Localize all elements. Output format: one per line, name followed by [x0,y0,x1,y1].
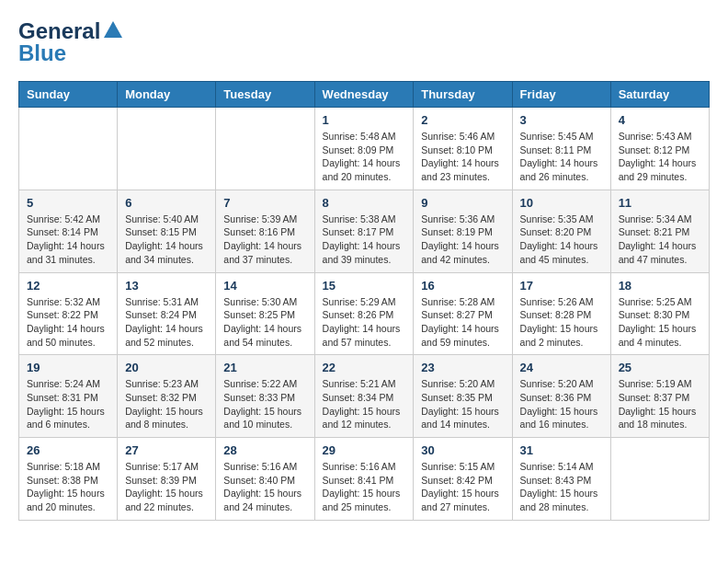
calendar-cell: 11Sunrise: 5:34 AM Sunset: 8:21 PM Dayli… [610,190,709,272]
day-number: 21 [223,361,306,374]
day-number: 8 [323,196,406,210]
calendar-week-1: 1Sunrise: 5:48 AM Sunset: 8:09 PM Daylig… [19,108,710,190]
day-number: 13 [125,279,208,293]
col-header-sunday: Sunday [19,82,118,108]
day-number: 17 [520,279,603,293]
day-number: 16 [421,279,504,293]
calendar-cell: 20Sunrise: 5:23 AM Sunset: 8:32 PM Dayli… [118,355,216,438]
calendar-cell: 15Sunrise: 5:29 AM Sunset: 8:26 PM Dayli… [314,272,414,355]
calendar-cell: 19Sunrise: 5:24 AM Sunset: 8:31 PM Dayli… [19,355,118,438]
day-number: 30 [421,443,504,457]
calendar-week-4: 19Sunrise: 5:24 AM Sunset: 8:31 PM Dayli… [19,355,710,438]
calendar-cell [610,438,709,521]
day-info: Sunrise: 5:39 AM Sunset: 8:16 PM Dayligh… [223,213,306,267]
calendar-cell: 10Sunrise: 5:35 AM Sunset: 8:20 PM Dayli… [512,190,610,272]
day-number: 5 [27,196,109,210]
day-number: 1 [323,113,406,127]
day-number: 9 [421,196,504,210]
day-info: Sunrise: 5:21 AM Sunset: 8:34 PM Dayligh… [323,377,406,431]
calendar-cell: 18Sunrise: 5:25 AM Sunset: 8:30 PM Dayli… [610,272,709,355]
page-header: General Blue [18,18,710,66]
day-info: Sunrise: 5:26 AM Sunset: 8:28 PM Dayligh… [520,295,603,350]
calendar-cell: 29Sunrise: 5:16 AM Sunset: 8:41 PM Dayli… [314,438,414,521]
calendar-cell: 26Sunrise: 5:18 AM Sunset: 8:38 PM Dayli… [19,438,118,521]
day-info: Sunrise: 5:45 AM Sunset: 8:11 PM Dayligh… [520,130,603,184]
day-number: 31 [520,443,603,457]
calendar-week-2: 5Sunrise: 5:42 AM Sunset: 8:14 PM Daylig… [19,190,710,272]
calendar-header-row: SundayMondayTuesdayWednesdayThursdayFrid… [19,82,710,108]
day-number: 12 [27,279,109,293]
day-info: Sunrise: 5:15 AM Sunset: 8:42 PM Dayligh… [421,460,504,514]
calendar-cell: 7Sunrise: 5:39 AM Sunset: 8:16 PM Daylig… [216,190,314,272]
calendar-cell: 27Sunrise: 5:17 AM Sunset: 8:39 PM Dayli… [118,438,216,521]
calendar-cell: 1Sunrise: 5:48 AM Sunset: 8:09 PM Daylig… [314,108,414,190]
day-info: Sunrise: 5:43 AM Sunset: 8:12 PM Dayligh… [619,130,701,184]
day-number: 23 [421,361,504,374]
calendar-cell: 25Sunrise: 5:19 AM Sunset: 8:37 PM Dayli… [610,355,709,438]
calendar-cell: 4Sunrise: 5:43 AM Sunset: 8:12 PM Daylig… [610,108,709,190]
day-info: Sunrise: 5:18 AM Sunset: 8:38 PM Dayligh… [27,460,109,514]
day-number: 24 [520,361,603,374]
calendar-cell: 5Sunrise: 5:42 AM Sunset: 8:14 PM Daylig… [19,190,118,272]
calendar-cell: 23Sunrise: 5:20 AM Sunset: 8:35 PM Dayli… [414,355,512,438]
day-number: 26 [27,443,109,457]
day-number: 10 [520,196,603,210]
day-number: 4 [619,113,701,127]
day-info: Sunrise: 5:46 AM Sunset: 8:10 PM Dayligh… [421,130,504,184]
day-number: 28 [223,443,306,457]
day-number: 25 [619,361,701,374]
calendar-week-3: 12Sunrise: 5:32 AM Sunset: 8:22 PM Dayli… [19,272,710,355]
day-number: 22 [323,361,406,374]
col-header-saturday: Saturday [610,82,709,108]
day-info: Sunrise: 5:17 AM Sunset: 8:39 PM Dayligh… [125,460,208,514]
day-number: 2 [421,113,504,127]
col-header-thursday: Thursday [414,82,512,108]
calendar-cell: 31Sunrise: 5:14 AM Sunset: 8:43 PM Dayli… [512,438,610,521]
day-info: Sunrise: 5:32 AM Sunset: 8:22 PM Dayligh… [27,295,109,350]
day-number: 3 [520,113,603,127]
col-header-wednesday: Wednesday [314,82,414,108]
col-header-friday: Friday [512,82,610,108]
calendar-cell: 30Sunrise: 5:15 AM Sunset: 8:42 PM Dayli… [414,438,512,521]
calendar-cell: 3Sunrise: 5:45 AM Sunset: 8:11 PM Daylig… [512,108,610,190]
day-info: Sunrise: 5:34 AM Sunset: 8:21 PM Dayligh… [619,213,701,267]
day-info: Sunrise: 5:40 AM Sunset: 8:15 PM Dayligh… [125,213,208,267]
calendar-cell: 24Sunrise: 5:20 AM Sunset: 8:36 PM Dayli… [512,355,610,438]
day-info: Sunrise: 5:42 AM Sunset: 8:14 PM Dayligh… [27,213,109,267]
day-info: Sunrise: 5:35 AM Sunset: 8:20 PM Dayligh… [520,213,603,267]
calendar-cell: 14Sunrise: 5:30 AM Sunset: 8:25 PM Dayli… [216,272,314,355]
logo-blue: Blue [18,40,66,66]
day-number: 6 [125,196,208,210]
day-info: Sunrise: 5:28 AM Sunset: 8:27 PM Dayligh… [421,295,504,350]
day-number: 27 [125,443,208,457]
day-info: Sunrise: 5:22 AM Sunset: 8:33 PM Dayligh… [223,377,306,431]
calendar-cell: 12Sunrise: 5:32 AM Sunset: 8:22 PM Dayli… [19,272,118,355]
calendar-cell [19,108,118,190]
day-number: 7 [223,196,306,210]
calendar-cell [216,108,314,190]
day-number: 15 [323,279,406,293]
day-number: 20 [125,361,208,374]
logo-icon [104,21,122,41]
day-info: Sunrise: 5:48 AM Sunset: 8:09 PM Dayligh… [323,130,406,184]
calendar-cell: 13Sunrise: 5:31 AM Sunset: 8:24 PM Dayli… [118,272,216,355]
day-info: Sunrise: 5:14 AM Sunset: 8:43 PM Dayligh… [520,460,603,514]
svg-marker-0 [104,21,122,38]
col-header-tuesday: Tuesday [216,82,314,108]
day-info: Sunrise: 5:24 AM Sunset: 8:31 PM Dayligh… [27,377,109,431]
day-info: Sunrise: 5:31 AM Sunset: 8:24 PM Dayligh… [125,295,208,350]
day-info: Sunrise: 5:38 AM Sunset: 8:17 PM Dayligh… [323,213,406,267]
calendar-cell: 21Sunrise: 5:22 AM Sunset: 8:33 PM Dayli… [216,355,314,438]
calendar-week-5: 26Sunrise: 5:18 AM Sunset: 8:38 PM Dayli… [19,438,710,521]
calendar-cell: 22Sunrise: 5:21 AM Sunset: 8:34 PM Dayli… [314,355,414,438]
col-header-monday: Monday [118,82,216,108]
day-info: Sunrise: 5:36 AM Sunset: 8:19 PM Dayligh… [421,213,504,267]
day-info: Sunrise: 5:25 AM Sunset: 8:30 PM Dayligh… [619,295,701,350]
calendar-table: SundayMondayTuesdayWednesdayThursdayFrid… [18,81,710,521]
day-number: 14 [223,279,306,293]
day-info: Sunrise: 5:29 AM Sunset: 8:26 PM Dayligh… [323,295,406,350]
day-number: 19 [27,361,109,374]
calendar-cell: 28Sunrise: 5:16 AM Sunset: 8:40 PM Dayli… [216,438,314,521]
calendar-cell [118,108,216,190]
day-info: Sunrise: 5:19 AM Sunset: 8:37 PM Dayligh… [619,377,701,431]
